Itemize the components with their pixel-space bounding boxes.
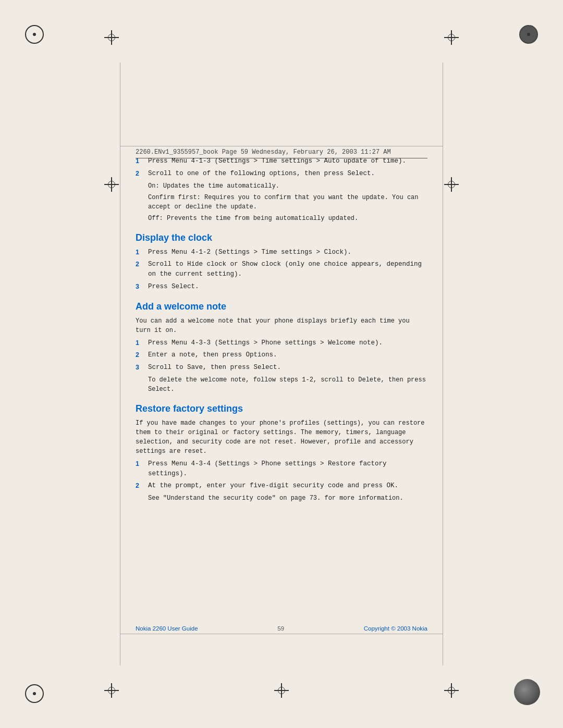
display-clock-title: Display the clock xyxy=(136,232,427,243)
welcome-item-3: 3 Scroll to Save, then press Select. xyxy=(136,363,427,373)
deco-circle xyxy=(514,679,540,705)
vline-right xyxy=(443,63,443,665)
welcome-delete-text: To delete the welcome note, follow steps… xyxy=(148,375,427,394)
reg-mark-top-left xyxy=(25,25,44,44)
header-text: 2260.ENv1_9355957_book Page 59 Wednesday… xyxy=(136,149,391,156)
restore-item-1: 1 Press Menu 4-3-4 (Settings > Phone set… xyxy=(136,459,427,479)
hline-bottom xyxy=(120,634,443,634)
crosshair-bottom-right xyxy=(444,683,459,698)
off-text: Off: Prevents the time from being automa… xyxy=(148,214,427,223)
clock-item-1: 1 Press Menu 4-1-2 (Settings > Time sett… xyxy=(136,248,427,257)
footer-left: Nokia 2260 User Guide xyxy=(136,625,198,632)
footer: Nokia 2260 User Guide 59 Copyright © 200… xyxy=(136,625,427,632)
crosshair-bottom-left xyxy=(104,683,119,698)
restore-factory-intro: If you have made changes to your phone's… xyxy=(136,418,427,456)
footer-center: 59 xyxy=(277,625,284,632)
intro-item-1: 1 Press Menu 4-1-3 (Settings > Time sett… xyxy=(136,156,427,166)
welcome-note-title: Add a welcome note xyxy=(136,301,427,312)
main-content: 1 Press Menu 4-1-3 (Settings > Time sett… xyxy=(136,156,427,624)
confirm-text: Confirm first: Requires you to confirm t… xyxy=(148,193,427,212)
crosshair-bottom-mid xyxy=(274,683,289,698)
crosshair-top-left xyxy=(104,30,119,45)
clock-item-2: 2 Scroll to Hide clock or Show clock (on… xyxy=(136,260,427,279)
welcome-item-2: 2 Enter a note, then press Options. xyxy=(136,350,427,360)
crosshair-mid-left xyxy=(104,177,119,192)
restore-item-2: 2 At the prompt, enter your five-digit s… xyxy=(136,481,427,491)
restore-factory-title: Restore factory settings xyxy=(136,403,427,414)
on-text: On: Updates the time automatically. xyxy=(148,181,427,191)
welcome-note-intro: You can add a welcome note that your pho… xyxy=(136,316,427,335)
intro-item-2: 2 Scroll to one of the following options… xyxy=(136,169,427,179)
crosshair-top-right xyxy=(444,30,459,45)
restore-see-text: See "Understand the security code" on pa… xyxy=(148,493,427,503)
welcome-item-1: 1 Press Menu 4-3-3 (Settings > Phone set… xyxy=(136,338,427,348)
reg-mark-bottom-left xyxy=(25,684,44,703)
crosshair-mid-right xyxy=(444,177,459,192)
vline-left xyxy=(120,63,120,665)
hline-top xyxy=(120,146,443,146)
clock-item-3: 3 Press Select. xyxy=(136,282,427,292)
reg-mark-top-right xyxy=(519,25,538,44)
page: 2260.ENv1_9355957_book Page 59 Wednesday… xyxy=(0,0,563,728)
footer-right: Copyright © 2003 Nokia xyxy=(364,625,427,632)
